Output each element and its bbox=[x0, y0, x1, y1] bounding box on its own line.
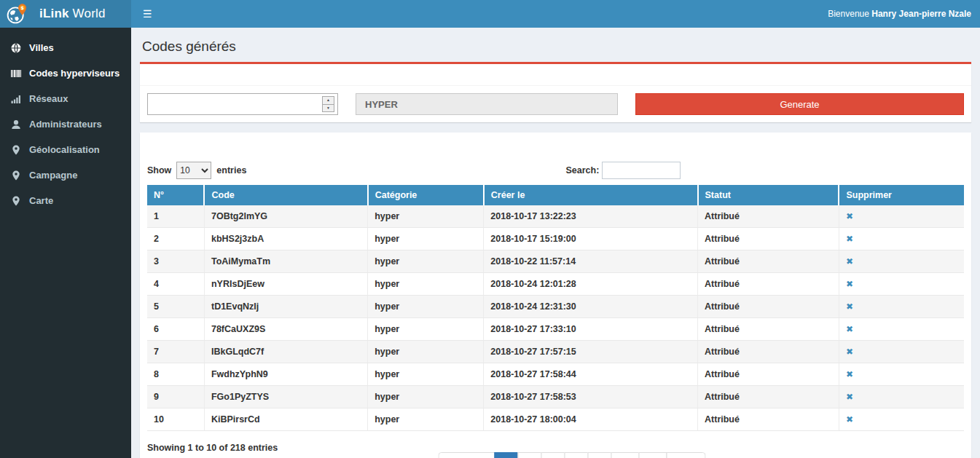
cell-status: Attribué bbox=[698, 408, 839, 431]
delete-icon[interactable]: ✖ bbox=[846, 279, 853, 289]
cell-delete: ✖ bbox=[839, 363, 964, 386]
main-content: Codes générés ▲ ▼ Generate Show 10 entri… bbox=[131, 28, 980, 458]
cell-category: hyper bbox=[368, 318, 484, 341]
pagination-button-4[interactable]: 4 bbox=[565, 452, 589, 458]
spinner-down-button[interactable]: ▼ bbox=[323, 105, 334, 112]
cell-status: Attribué bbox=[698, 273, 839, 296]
pagination-button-next[interactable]: Next bbox=[667, 452, 705, 458]
table-row: 4nYRIsDjEewhyper2018-10-24 12:01:28Attri… bbox=[147, 273, 964, 296]
cell-num: 8 bbox=[147, 363, 204, 386]
user-name: Hanry Jean-pierre Nzale bbox=[871, 9, 971, 19]
cell-code: tD1EvqNzIj bbox=[204, 296, 367, 318]
sidebar-item-villes[interactable]: Villes bbox=[0, 35, 131, 60]
cell-num: 6 bbox=[147, 318, 204, 341]
entries-label: entries bbox=[216, 165, 246, 175]
cell-status: Attribué bbox=[698, 205, 839, 228]
pagination-button-5[interactable]: 5 bbox=[588, 452, 612, 458]
column-header[interactable]: Catégorie bbox=[368, 185, 484, 205]
sidebar-item-r-seaux[interactable]: Réseaux bbox=[0, 86, 131, 111]
cell-created: 2018-10-27 18:00:04 bbox=[484, 408, 698, 431]
sidebar-item-label: Réseaux bbox=[29, 93, 68, 104]
cell-created: 2018-10-27 17:58:53 bbox=[484, 386, 698, 408]
sidebar-item-g-olocalisation[interactable]: Géolocalisation bbox=[0, 137, 131, 162]
sidebar-item-label: Carte bbox=[29, 195, 53, 206]
pagination-button-previous[interactable]: Previous bbox=[438, 452, 495, 458]
barcode-icon bbox=[11, 68, 23, 79]
signal-icon bbox=[11, 94, 23, 104]
sidebar-item-label: Campagne bbox=[29, 170, 77, 181]
cell-delete: ✖ bbox=[839, 250, 964, 273]
sidebar-item-label: Administrateurs bbox=[29, 119, 102, 130]
table-row: 10KiBPirsrCdhyper2018-10-27 18:00:04Attr… bbox=[147, 408, 964, 431]
cell-code: FwdhzYphN9 bbox=[204, 363, 367, 386]
delete-icon[interactable]: ✖ bbox=[846, 234, 853, 244]
map-marker-icon bbox=[11, 170, 23, 181]
column-header[interactable]: Statut bbox=[698, 185, 839, 205]
cell-num: 4 bbox=[147, 273, 204, 296]
cell-delete: ✖ bbox=[839, 318, 964, 341]
cell-created: 2018-10-27 17:57:15 bbox=[484, 341, 698, 363]
column-header[interactable]: Créer le bbox=[484, 185, 698, 205]
delete-icon[interactable]: ✖ bbox=[846, 211, 853, 221]
delete-icon[interactable]: ✖ bbox=[846, 347, 853, 357]
cell-created: 2018-10-17 13:22:23 bbox=[484, 205, 698, 228]
delete-icon[interactable]: ✖ bbox=[846, 414, 853, 425]
cell-delete: ✖ bbox=[839, 273, 964, 296]
cell-delete: ✖ bbox=[839, 205, 964, 228]
cell-status: Attribué bbox=[698, 386, 839, 408]
table-body: 17OBtg2lmYGhyper2018-10-17 13:22:23Attri… bbox=[147, 205, 964, 431]
brand-name: iLink World bbox=[39, 7, 106, 21]
cell-code: ToAiMymaTm bbox=[204, 250, 367, 273]
cell-num: 3 bbox=[147, 250, 204, 273]
app-logo[interactable]: $ iLink World bbox=[0, 0, 131, 28]
sidebar-item-administrateurs[interactable]: Administrateurs bbox=[0, 111, 131, 137]
cell-delete: ✖ bbox=[839, 341, 964, 363]
svg-text:$: $ bbox=[20, 5, 23, 10]
navbar: ☰ Bienvenue Hanry Jean-pierre Nzale bbox=[131, 0, 980, 28]
top-header: $ iLink World ☰ Bienvenue Hanry Jean-pie… bbox=[0, 0, 980, 28]
show-label: Show bbox=[147, 165, 171, 175]
cell-delete: ✖ bbox=[839, 228, 964, 250]
search-label: Search: bbox=[566, 165, 600, 175]
delete-icon[interactable]: ✖ bbox=[846, 301, 853, 312]
cell-code: kbHS2j3zbA bbox=[204, 228, 367, 250]
cell-category: hyper bbox=[368, 408, 484, 431]
quantity-input[interactable] bbox=[147, 93, 338, 115]
delete-icon[interactable]: ✖ bbox=[846, 392, 853, 402]
cell-num: 5 bbox=[147, 296, 204, 318]
pagination-button-2[interactable]: 2 bbox=[518, 452, 542, 458]
pagination-button-3[interactable]: 3 bbox=[541, 452, 565, 458]
pagination-button-22[interactable]: 22 bbox=[638, 452, 667, 458]
user-icon bbox=[11, 119, 23, 130]
pagination-button-1[interactable]: 1 bbox=[495, 452, 519, 458]
search-input[interactable] bbox=[602, 162, 681, 179]
cell-code: 78fCaUXZ9S bbox=[204, 318, 367, 341]
sidebar-item-label: Géolocalisation bbox=[29, 144, 100, 155]
column-header[interactable]: N° bbox=[147, 185, 204, 205]
spinner-up-button[interactable]: ▲ bbox=[323, 97, 334, 105]
cell-category: hyper bbox=[368, 250, 484, 273]
column-header[interactable]: Code bbox=[204, 185, 367, 205]
cell-code: KiBPirsrCd bbox=[204, 408, 367, 431]
pagination: Previous12345…22Next bbox=[438, 452, 705, 458]
cell-category: hyper bbox=[368, 363, 484, 386]
page-title: Codes générés bbox=[140, 28, 971, 62]
hamburger-icon[interactable]: ☰ bbox=[140, 8, 155, 20]
generate-button[interactable]: Generate bbox=[635, 93, 964, 115]
cell-status: Attribué bbox=[698, 296, 839, 318]
page-length-select[interactable]: 10 bbox=[176, 162, 211, 179]
cell-num: 1 bbox=[147, 205, 204, 228]
sidebar-item-carte[interactable]: Carte bbox=[0, 188, 131, 213]
sidebar-item-label: Codes hyperviseurs bbox=[29, 68, 119, 79]
cell-num: 10 bbox=[147, 408, 204, 431]
column-header[interactable]: Supprimer bbox=[839, 185, 964, 205]
table-row: 3ToAiMymaTmhyper2018-10-22 11:57:14Attri… bbox=[147, 250, 964, 273]
globe-icon bbox=[11, 43, 23, 53]
delete-icon[interactable]: ✖ bbox=[846, 369, 853, 379]
codes-table: N°CodeCatégorieCréer leStatutSupprimer 1… bbox=[147, 185, 964, 431]
sidebar-item-codes-hyperviseurs[interactable]: Codes hyperviseurs bbox=[0, 60, 131, 86]
sidebar-item-campagne[interactable]: Campagne bbox=[0, 162, 131, 188]
delete-icon[interactable]: ✖ bbox=[846, 324, 853, 334]
delete-icon[interactable]: ✖ bbox=[846, 256, 853, 266]
cell-code: 7OBtg2lmYG bbox=[204, 205, 367, 228]
